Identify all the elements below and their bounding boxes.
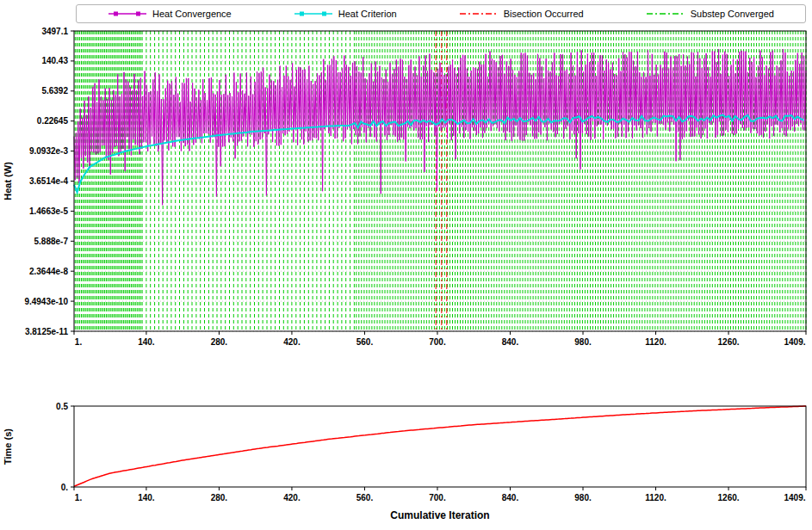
cumulative-iteration-axis-title: Cumulative Iteration (390, 509, 489, 521)
legend-item-heat-convergence: Heat Convergence (108, 9, 232, 19)
legend-item-heat-criterion: Heat Criterion (294, 9, 397, 19)
y-tick-label: 0. (61, 483, 69, 492)
x-tick-label: 420. (283, 493, 301, 502)
x-tick-label: 280. (211, 493, 228, 502)
x-tick-label: 560. (356, 337, 374, 347)
x-tick-label: 840. (502, 337, 519, 347)
time-axis-title: Time (s) (3, 428, 13, 465)
heat-convergence-chart: 1.140.280.420.560.700.840.980.1120.1260.… (0, 26, 812, 354)
substep-converged-legend-glyph (646, 9, 685, 18)
y-tick-label: 5.888e-7 (34, 237, 69, 246)
x-tick-label: 560. (356, 493, 374, 502)
legend-label-heat-convergence: Heat Convergence (152, 9, 232, 19)
y-tick-label: 5.6392 (41, 86, 68, 96)
x-tick-label: 840. (502, 493, 519, 502)
y-tick-label: 9.0932e-3 (29, 146, 68, 156)
x-tick-label: 1120. (645, 337, 666, 347)
x-tick-label: 1260. (718, 493, 740, 502)
legend-label-bisection-occurred: Bisection Occurred (504, 9, 584, 19)
x-tick-label: 140. (138, 493, 155, 502)
y-tick-label: 0.22645 (37, 116, 69, 126)
x-tick-label: 1260. (718, 337, 740, 347)
y-tick-label: 3.8125e-11 (25, 327, 68, 336)
time-chart: 1.140.280.420.560.700.840.980.1120.1260.… (0, 398, 812, 530)
y-tick-label: 9.4943e-10 (24, 297, 68, 306)
y-tick-label: 3.6514e-4 (29, 176, 68, 186)
x-tick-label: 700. (429, 493, 446, 502)
x-tick-label: 280. (211, 337, 228, 347)
x-tick-label: 1120. (645, 493, 666, 502)
chart-legend: Heat Convergence Heat Criterion Bisectio… (76, 4, 806, 23)
x-tick-label: 1. (75, 493, 83, 502)
time-series (74, 406, 806, 486)
x-tick-label: 980. (574, 493, 592, 502)
x-tick-label: 1409. (784, 493, 805, 502)
plot-border (74, 406, 806, 487)
x-tick-label: 1409. (784, 337, 805, 347)
y-tick-label: 3497.1 (41, 27, 68, 36)
x-tick-label: 700. (429, 337, 446, 347)
legend-label-substep-converged: Substep Converged (691, 9, 774, 19)
legend-item-bisection-occurred: Bisection Occurred (459, 9, 584, 19)
convergence-panel: Heat Convergence Heat Criterion Bisectio… (0, 0, 812, 530)
y-tick-label: 2.3644e-8 (29, 267, 68, 276)
x-tick-label: 420. (283, 337, 301, 347)
x-tick-label: 1. (75, 337, 83, 347)
y-tick-label: 140.43 (41, 56, 68, 65)
x-tick-label: 140. (138, 337, 155, 347)
heat-axis-title: Heat (W) (3, 162, 13, 200)
bisection-occurred-legend-glyph (459, 9, 499, 18)
x-tick-label: 980. (574, 337, 592, 347)
legend-label-heat-criterion: Heat Criterion (338, 9, 397, 19)
heat-criterion-legend-glyph (294, 9, 333, 18)
y-tick-label: 1.4663e-5 (29, 206, 68, 216)
legend-item-substep-converged: Substep Converged (646, 9, 774, 19)
heat-convergence-legend-glyph (108, 9, 147, 18)
y-tick-label: 0.5 (56, 402, 68, 411)
